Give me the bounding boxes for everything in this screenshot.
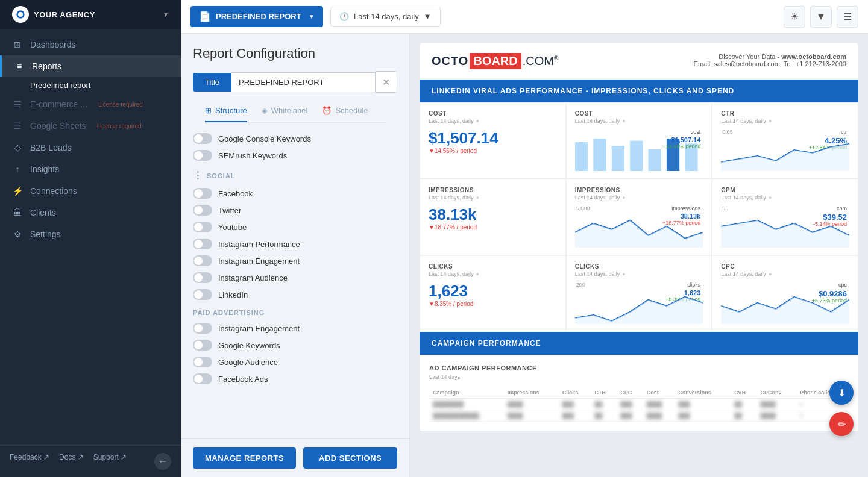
svg-rect-2: [593, 139, 606, 171]
toggle-linkedin-label: LinkedIn: [218, 290, 248, 299]
agency-icon: [12, 6, 29, 23]
col-ctr: CTR: [591, 387, 617, 399]
svg-marker-8: [721, 144, 849, 171]
theme-toggle-button[interactable]: ☀: [784, 6, 805, 28]
svg-marker-12: [721, 297, 849, 324]
social-drag-handle[interactable]: ⋮: [193, 170, 203, 181]
tab-schedule[interactable]: ⏰ Schedule: [322, 100, 368, 122]
impressions-value: 38.13k: [429, 205, 557, 224]
svg-rect-3: [611, 146, 624, 171]
toggle-semrush-switch[interactable]: [193, 150, 212, 161]
clicks-change: ▼8.35% / period: [429, 301, 557, 307]
config-body: Google Console Keywords SEMrush Keywords…: [181, 123, 409, 438]
structure-icon: ⊞: [205, 106, 212, 115]
toggle-paid-ig-engagement-switch[interactable]: [193, 323, 212, 334]
cost-change-1: ▼14.56% / period: [429, 148, 557, 154]
tab-whitelabel[interactable]: ◈ Whitelabel: [262, 100, 308, 122]
sidebar-item-settings[interactable]: ⚙ Settings: [0, 223, 181, 245]
toggle-instagram-engagement-switch[interactable]: [193, 255, 212, 266]
download-button[interactable]: ⬇: [829, 381, 854, 405]
toggle-google-audience: Google Audience: [193, 354, 397, 370]
toggle-instagram-performance-switch[interactable]: [193, 238, 212, 249]
sidebar-label-ecommerce: E-commerce ...: [30, 99, 87, 109]
report-selector[interactable]: 📄 PREDEFINED REPORT ▼: [190, 6, 323, 27]
sidebar-item-b2b[interactable]: ◇ B2B Leads: [0, 137, 181, 158]
config-title: Report Configuration: [193, 46, 397, 61]
campaign-table-subtitle: Last 14 days: [429, 374, 849, 380]
toggle-twitter-switch[interactable]: [193, 205, 212, 216]
report-card: OCTO BOARD .COM® Discover Your Data - ww…: [420, 43, 858, 431]
sidebar-item-dashboards[interactable]: ⊞ Dashboards: [0, 34, 181, 55]
cpm-label: CPM: [721, 187, 849, 193]
add-sections-button[interactable]: ADD SECTIONS: [303, 447, 397, 469]
toggle-facebook-ads-switch[interactable]: [193, 373, 212, 384]
feedback-link[interactable]: Feedback ↗: [10, 453, 49, 470]
sidebar-label-settings: Settings: [30, 229, 61, 239]
cpc-label: CPC: [721, 263, 849, 270]
toggle-google-audience-switch[interactable]: [193, 357, 212, 367]
toggle-linkedin-switch[interactable]: [193, 289, 212, 300]
toggle-google-console-label: Google Console Keywords: [218, 134, 311, 143]
title-input[interactable]: [231, 72, 376, 92]
sidebar-label-insights: Insights: [30, 164, 59, 174]
docs-link[interactable]: Docs ↗: [59, 453, 84, 470]
edit-button[interactable]: ✏: [829, 412, 854, 436]
toggle-google-keywords-switch[interactable]: [193, 340, 212, 351]
octo-com-text: .COM®: [523, 54, 559, 68]
sidebar-footer: Feedback ↗ Docs ↗ Support ↗ ←: [0, 445, 181, 477]
connections-icon: ⚡: [12, 186, 23, 196]
col-campaign: Campaign: [429, 387, 504, 399]
table-row: █████████████████████████████████████0: [429, 410, 849, 422]
sidebar-item-clients[interactable]: 🏛 Clients: [0, 202, 181, 223]
ctr-label: CTR: [721, 110, 849, 117]
col-conversions: Conversions: [675, 387, 731, 399]
insights-icon: ↑: [12, 164, 23, 174]
sidebar-back-button[interactable]: ←: [154, 453, 171, 470]
title-tab[interactable]: Title: [193, 73, 231, 92]
col-cpconv: CPConv: [756, 387, 796, 399]
toggle-instagram-audience-switch[interactable]: [193, 272, 212, 283]
toggle-youtube: Youtube: [193, 219, 397, 235]
toggle-facebook-label: Facebook: [218, 189, 253, 198]
social-label-text: SOCIAL: [207, 172, 236, 179]
svg-rect-4: [630, 141, 643, 171]
date-selector[interactable]: 🕐 Last 14 days, daily ▼: [330, 7, 441, 26]
sidebar-item-ecommerce: ☰ E-commerce ... License required: [0, 93, 181, 115]
cpm-sublabel: Last 14 days, daily ●: [721, 195, 849, 201]
toggle-facebook-ads-label: Facebook Ads: [218, 375, 268, 384]
config-panel: Report Configuration Title ✕ ⊞ Structure…: [181, 34, 410, 477]
toggle-facebook-switch[interactable]: [193, 188, 212, 199]
whitelabel-icon: ◈: [262, 106, 268, 115]
report-header: OCTO BOARD .COM® Discover Your Data - ww…: [420, 43, 858, 80]
title-clear-button[interactable]: ✕: [376, 71, 397, 93]
b2b-icon: ◇: [12, 143, 23, 152]
topbar-dropdown-button[interactable]: ▼: [810, 6, 832, 28]
metric-cost-bar: COST Last 14 days, daily ● cost $1,507.1…: [566, 102, 712, 179]
menu-button[interactable]: ☰: [837, 6, 858, 28]
campaign-table-title: AD CAMPAIGN PERFORMANCE: [429, 364, 849, 372]
agency-selector[interactable]: YOUR AGENCY ▼: [7, 0, 174, 29]
grid-icon: ⊞: [12, 40, 23, 49]
toggle-instagram-performance-label: Instagram Performance: [218, 240, 300, 249]
cost-label-2: COST: [575, 110, 703, 117]
svg-marker-11: [575, 297, 703, 324]
toggle-youtube-switch[interactable]: [193, 222, 212, 232]
support-link[interactable]: Support ↗: [93, 453, 127, 470]
ecommerce-icon: ☰: [12, 99, 23, 109]
manage-reports-button[interactable]: MANAGE REPORTS: [193, 447, 296, 469]
google-sheets-license-badge: License required: [97, 123, 142, 129]
config-header: Report Configuration Title ✕ ⊞ Structure…: [181, 34, 409, 123]
toggle-google-console-switch[interactable]: [193, 133, 212, 144]
sidebar-item-connections[interactable]: ⚡ Connections: [0, 180, 181, 202]
date-arrow-icon: ▼: [424, 12, 432, 21]
clock-icon: 🕐: [339, 12, 349, 21]
col-impressions: Impressions: [504, 387, 559, 399]
sidebar-item-reports[interactable]: ≡ Reports: [0, 55, 181, 77]
metric-ctr: CTR Last 14 days, daily ● 0.05 ctr 4.25%…: [712, 102, 858, 179]
metric-clicks-text: CLICKS Last 14 days, daily ● 1,623 ▼8.35…: [420, 255, 566, 332]
sidebar-item-insights[interactable]: ↑ Insights: [0, 158, 181, 180]
sidebar-sub-predefined-report[interactable]: Predefined report: [0, 77, 181, 93]
tab-structure[interactable]: ⊞ Structure: [205, 100, 247, 122]
toggle-facebook-ads: Facebook Ads: [193, 370, 397, 387]
toggle-instagram-audience: Instagram Audience: [193, 269, 397, 286]
